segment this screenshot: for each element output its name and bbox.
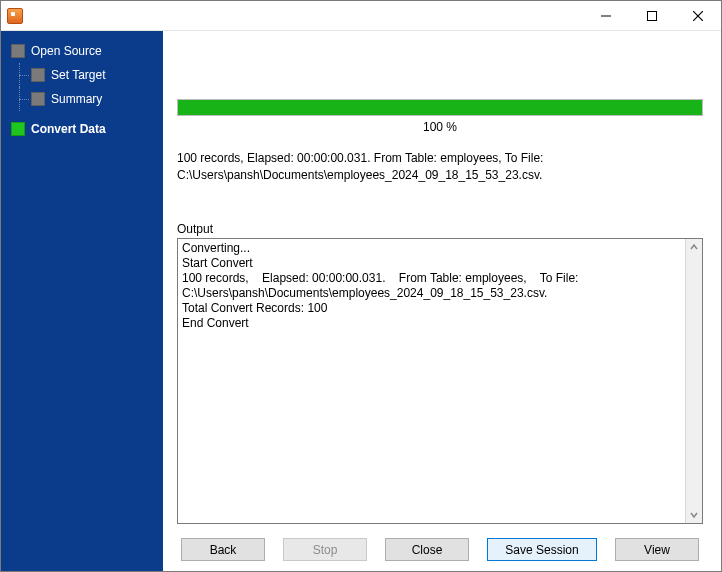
step-box-icon [11,44,25,58]
save-session-button[interactable]: Save Session [487,538,597,561]
scroll-up-icon[interactable] [686,239,702,256]
scroll-down-icon[interactable] [686,506,702,523]
progress-percent-text: 100 % [177,120,703,134]
maximize-button[interactable] [629,1,675,30]
close-button[interactable]: Close [385,538,469,561]
wizard-step-label: Convert Data [31,122,106,136]
close-window-button[interactable] [675,1,721,30]
output-scrollbar[interactable] [685,239,702,523]
button-row: Back Stop Close Save Session View [177,538,703,561]
wizard-step-open-source[interactable]: Open Source [11,39,163,63]
wizard-sidebar: Open Source Set Target Summa [1,31,163,571]
app-icon [7,8,23,24]
wizard-step-convert-data[interactable]: Convert Data [11,117,163,141]
step-box-icon [31,68,45,82]
wizard-step-label: Open Source [31,44,102,58]
progress-bar [177,99,703,116]
progress-fill [178,100,702,115]
wizard-step-summary[interactable]: Summary [31,87,163,111]
step-box-icon [11,122,25,136]
wizard-step-label: Set Target [51,68,105,82]
step-box-icon [31,92,45,106]
stop-button: Stop [283,538,367,561]
wizard-step-set-target[interactable]: Set Target [31,63,163,87]
status-text: 100 records, Elapsed: 00:00:00.031. From… [177,150,703,184]
titlebar [1,1,721,31]
window-controls [583,1,721,30]
svg-rect-1 [648,11,657,20]
back-button[interactable]: Back [181,538,265,561]
view-button[interactable]: View [615,538,699,561]
wizard-step-label: Summary [51,92,102,106]
main-panel: 100 % 100 records, Elapsed: 00:00:00.031… [163,31,721,571]
progress-section: 100 % [177,99,703,134]
output-box: Converting... Start Convert 100 records,… [177,238,703,524]
output-label: Output [177,222,703,236]
app-window: Open Source Set Target Summa [0,0,722,572]
minimize-button[interactable] [583,1,629,30]
output-text[interactable]: Converting... Start Convert 100 records,… [178,239,685,523]
